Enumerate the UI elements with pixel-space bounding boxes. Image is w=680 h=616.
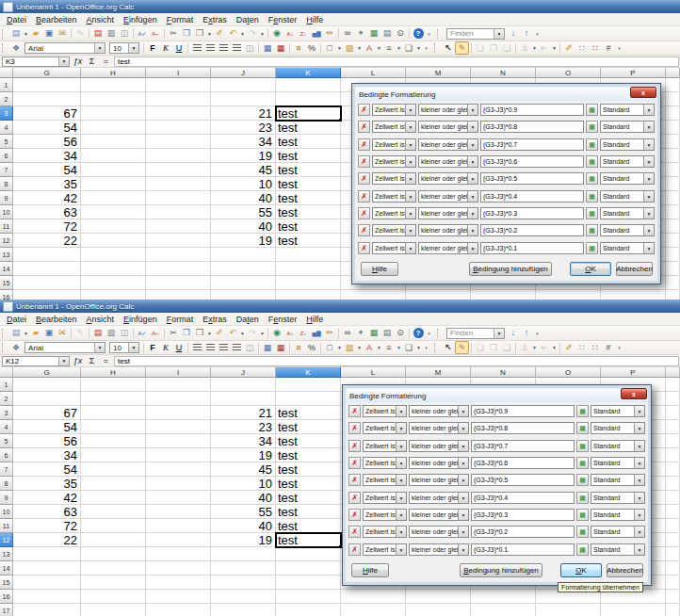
shrink-button[interactable]: ▦ xyxy=(576,543,589,556)
formula-input-line[interactable]: test xyxy=(114,356,679,366)
condition-style-dropdown-icon[interactable]: ▼ xyxy=(634,510,644,520)
condition-operator-dropdown-icon[interactable]: ▼ xyxy=(467,191,478,202)
condition-operator-dropdown-icon[interactable]: ▼ xyxy=(458,423,468,433)
cell-H6[interactable] xyxy=(81,149,146,163)
condition-operator-dropdown-icon[interactable]: ▼ xyxy=(467,208,478,219)
cell-I11[interactable] xyxy=(146,519,211,533)
cell-H13[interactable] xyxy=(81,248,146,262)
condition-source-dropdown-icon[interactable]: ▼ xyxy=(405,156,415,167)
cell-N17[interactable] xyxy=(471,604,536,616)
menu-item-format[interactable]: Format xyxy=(162,13,199,25)
condition-formula-input[interactable]: (G3-J3)*0.3 xyxy=(480,207,584,219)
font-name-dropdown-icon[interactable]: ▼ xyxy=(94,43,105,53)
toolbar-overflow-icon[interactable]: ▾ xyxy=(422,45,430,51)
frame-style-icon[interactable]: ❏ xyxy=(402,42,415,55)
menu-item-ansicht[interactable]: Ansicht xyxy=(82,13,120,25)
menu-item-extras[interactable]: Extras xyxy=(198,13,232,25)
cell-partial8[interactable] xyxy=(666,477,680,491)
condition-formula-input[interactable]: (G3-J3)*0.8 xyxy=(480,121,584,133)
condition-source-dropdown-icon[interactable]: ▼ xyxy=(405,243,415,253)
gallery-icon[interactable]: ▦ xyxy=(367,327,380,339)
cell-partial8[interactable] xyxy=(666,177,680,191)
cell-K4[interactable]: test xyxy=(276,420,341,434)
column-header-l[interactable]: L xyxy=(341,367,406,378)
condition-source-select[interactable]: Zellwert ist▼ xyxy=(372,190,416,203)
cell-G7[interactable]: 54 xyxy=(13,462,81,477)
cell-H2[interactable] xyxy=(81,392,146,406)
cell-partial17[interactable] xyxy=(666,604,680,616)
cell-J10[interactable]: 55 xyxy=(211,505,276,519)
cell-G10[interactable]: 63 xyxy=(13,505,81,519)
cell-L17[interactable] xyxy=(341,604,406,616)
name-box-dropdown-icon[interactable]: ▼ xyxy=(58,57,69,66)
help-button[interactable]: Hilfe xyxy=(351,563,389,577)
font-color-icon[interactable]: A xyxy=(363,342,376,354)
cancel-button[interactable]: Abbrechen xyxy=(616,262,653,276)
gallery-icon[interactable]: ▦ xyxy=(367,27,380,40)
cell-H5[interactable] xyxy=(81,434,146,448)
condition-style-dropdown-icon[interactable]: ▼ xyxy=(643,243,654,253)
condition-style-dropdown-icon[interactable]: ▼ xyxy=(643,208,654,219)
cell-I10[interactable] xyxy=(146,505,211,519)
condition-source-select[interactable]: Zellwert ist▼ xyxy=(363,509,407,521)
condition-source-select[interactable]: Zellwert ist▼ xyxy=(372,121,416,133)
undo-dropdown-icon[interactable]: ▼ xyxy=(239,331,246,336)
condition-formula-input[interactable]: (G3-J3)*0.6 xyxy=(480,155,584,168)
shrink-button[interactable]: ▦ xyxy=(586,138,598,151)
row-header-2[interactable]: 2 xyxy=(0,392,13,406)
menu-item-daten[interactable]: Daten xyxy=(232,313,264,325)
find-next-icon[interactable]: ↓ xyxy=(507,27,520,40)
condition-source-select[interactable]: Zellwert ist▼ xyxy=(363,543,407,556)
cell-partial13[interactable] xyxy=(666,248,680,262)
condition-operator-select[interactable]: kleiner oder gleich▼ xyxy=(418,224,478,236)
font-size-select[interactable]: 10▼ xyxy=(109,342,139,353)
formula-icon[interactable]: = xyxy=(100,356,112,365)
condition-source-dropdown-icon[interactable]: ▼ xyxy=(396,441,406,451)
cell-I7[interactable] xyxy=(146,462,211,477)
cell-G8[interactable]: 35 xyxy=(13,477,81,491)
condition-formula-input[interactable]: (G3-J3)*0.2 xyxy=(471,526,575,538)
cell-I16[interactable] xyxy=(146,290,211,300)
underline-icon[interactable]: U xyxy=(172,42,186,55)
italic-icon[interactable]: K xyxy=(159,42,172,55)
cell-J16[interactable] xyxy=(211,290,276,300)
shrink-button[interactable]: ▦ xyxy=(576,405,589,417)
cell-J9[interactable]: 40 xyxy=(211,191,276,205)
frame-style-dropdown-icon[interactable]: ▼ xyxy=(415,345,422,350)
condition-style-select[interactable]: Standard▼ xyxy=(600,121,655,133)
cell-partial15[interactable] xyxy=(666,276,680,290)
cell-J7[interactable]: 45 xyxy=(211,462,276,477)
formula-input-line[interactable]: test xyxy=(114,57,679,67)
column-header-p[interactable]: P xyxy=(601,367,666,378)
toolbar-overflow-icon[interactable]: ▾ xyxy=(533,331,542,336)
select-arrow-icon[interactable]: ↖ xyxy=(442,342,455,354)
cell-K13[interactable] xyxy=(276,248,341,262)
auto-spellcheck-icon[interactable]: A~ xyxy=(149,327,162,339)
delete-condition-button[interactable]: ✗ xyxy=(348,422,361,434)
row-header-11[interactable]: 11 xyxy=(0,519,13,533)
row-header-4[interactable]: 4 xyxy=(0,420,13,434)
shrink-button[interactable]: ▦ xyxy=(586,172,598,185)
condition-style-dropdown-icon[interactable]: ▼ xyxy=(634,458,644,468)
copy-icon[interactable]: ❐ xyxy=(180,327,193,339)
condition-operator-select[interactable]: kleiner oder gleich▼ xyxy=(409,405,469,417)
cell-partial13[interactable] xyxy=(666,547,680,561)
toolbar-overflow-icon[interactable]: ▾ xyxy=(425,331,433,336)
delete-condition-button[interactable]: ✗ xyxy=(358,242,370,254)
align-objects-icon[interactable]: ⇤ xyxy=(538,42,551,55)
cell-I7[interactable] xyxy=(146,163,211,177)
change-anchor-icon[interactable]: ⚓ xyxy=(518,342,531,354)
condition-operator-dropdown-icon[interactable]: ▼ xyxy=(467,122,478,132)
delete-condition-button[interactable]: ✗ xyxy=(358,121,370,133)
condition-style-select[interactable]: Standard▼ xyxy=(591,526,645,538)
cell-H8[interactable] xyxy=(81,177,146,191)
cell-partial9[interactable] xyxy=(666,491,680,505)
cell-K7[interactable]: test xyxy=(276,462,341,477)
cell-K7[interactable]: test xyxy=(276,163,341,177)
copy-icon[interactable]: ❐ xyxy=(180,27,193,40)
cell-K13[interactable] xyxy=(276,547,341,561)
cell-partial4[interactable] xyxy=(666,420,680,434)
condition-source-dropdown-icon[interactable]: ▼ xyxy=(396,544,406,555)
cell-partial7[interactable] xyxy=(666,462,680,477)
auto-spellcheck-icon[interactable]: A~ xyxy=(149,27,162,40)
